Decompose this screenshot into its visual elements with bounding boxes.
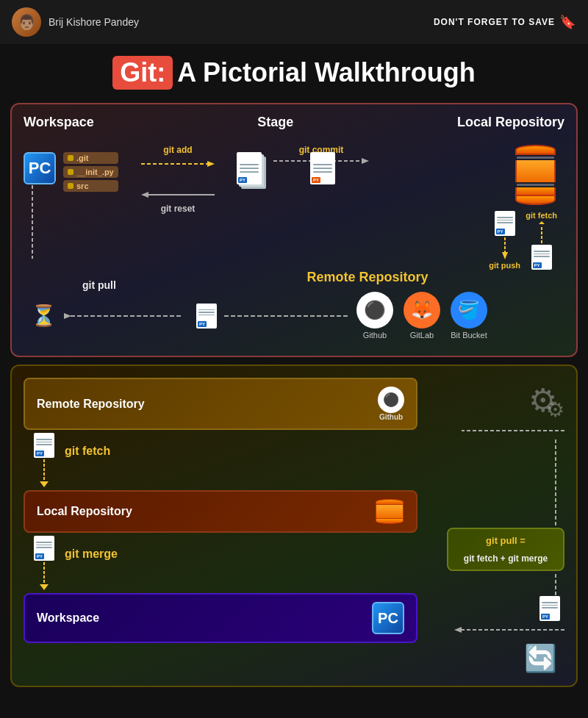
- cycle-arrow-icon: 🔄: [524, 643, 557, 673]
- bottom-local-db: [375, 499, 404, 524]
- page-title: Git:A Pictorial Walkthrough: [7, 56, 581, 90]
- db-mid2: [515, 187, 556, 195]
- merge-arrow-col: PY: [24, 533, 65, 593]
- git-fetch-area: git fetch PY: [526, 211, 557, 270]
- git-pull-line2: [224, 310, 349, 322]
- fetch-label: git fetch: [65, 430, 110, 458]
- header-left: 👨🏽 Brij Kishore Pandey: [12, 7, 139, 37]
- svg-marker-11: [64, 313, 71, 319]
- gear-area: ⚙ ⚙: [425, 378, 564, 425]
- pull-vertical-line: [31, 185, 34, 259]
- git-pull-row: ⏳ PY ⚫ Github 🦊: [24, 292, 564, 340]
- right-dashed-lines: git pull = git fetch + git merge PY: [425, 425, 564, 674]
- svg-marker-1: [207, 161, 215, 167]
- bottom-workspace-box: Workspace PC: [24, 593, 417, 643]
- git-pull-detail: git fetch + git merge: [464, 553, 548, 564]
- svg-marker-17: [40, 584, 49, 590]
- db-stripe-1: [517, 157, 554, 159]
- file-src: src: [63, 180, 118, 192]
- database-icon: [513, 145, 557, 205]
- author-name: Brij Kishore Pandey: [49, 16, 139, 28]
- git-fetch-label: git fetch: [526, 211, 557, 220]
- gear-icons: ⚙ ⚙: [520, 378, 564, 422]
- top-diagram: Workspace Stage Local Repository PC .git…: [10, 103, 578, 357]
- bottom-left-col: Remote Repository ⚫ Github PY: [24, 378, 417, 643]
- top-diagram-header: Workspace Stage Local Repository: [24, 115, 564, 130]
- svg-marker-5: [362, 158, 369, 164]
- fetch-arrow-col: PY: [24, 430, 65, 490]
- bottom-right-col: ⚙ ⚙ git pull = git fetch + git merge: [425, 378, 564, 674]
- svg-marker-22: [454, 627, 462, 633]
- save-label: DON'T FORGET TO SAVE: [434, 17, 555, 27]
- header: 👨🏽 Brij Kishore Pandey DON'T FORGET TO S…: [0, 0, 588, 44]
- pc-icon-wrapper: PC: [24, 152, 59, 184]
- bottom-local-label: Local Repository: [37, 505, 132, 518]
- local-repo-label: Local Repository: [457, 115, 564, 130]
- bookmark-icon: 🔖: [559, 14, 576, 30]
- bottom-diagram: Remote Repository ⚫ Github PY: [10, 365, 578, 687]
- title-section: Git:A Pictorial Walkthrough: [0, 44, 588, 97]
- workspace-content: PC .git __init_.py src: [24, 152, 118, 192]
- gitlab-icon: 🦊: [404, 292, 440, 329]
- gear-icon-small: ⚙: [546, 398, 564, 422]
- git-add-label: git add: [163, 145, 192, 155]
- bottom-workspace-pc: PC: [372, 602, 404, 634]
- page-subtitle: A Pictorial Walkthrough: [177, 57, 475, 87]
- svg-marker-9: [539, 221, 545, 224]
- remote-icons-row: ⚫ Github 🦊 GitLab 🪣 Bit Bucket: [356, 292, 487, 340]
- commit-doc: PY: [310, 152, 335, 184]
- save-badge: DON'T FORGET TO SAVE 🔖: [434, 14, 576, 30]
- gitlab-service: 🦊 GitLab: [404, 292, 440, 340]
- github-label: Github: [363, 331, 387, 340]
- git-pull-label: git pull: [82, 279, 116, 292]
- merge-doc: PY: [34, 536, 54, 561]
- avatar: 👨🏽: [12, 7, 41, 37]
- svg-marker-15: [40, 481, 49, 487]
- bitbucket-icon: 🪣: [451, 292, 487, 329]
- pc-icon: PC: [24, 152, 56, 184]
- git-push-area: PY git push: [489, 211, 520, 270]
- right-v-line: [554, 439, 557, 528]
- gitlab-label: GitLab: [410, 331, 434, 340]
- git-fetch-bottom-label: git fetch: [65, 445, 110, 458]
- git-push-label: git push: [489, 261, 520, 270]
- git-add-arrow: [141, 158, 215, 170]
- right-h-line-top: [454, 425, 564, 437]
- db-bot: [515, 195, 556, 205]
- git-reset-area: git reset: [141, 189, 215, 214]
- db-mid: [515, 160, 556, 182]
- hourglass-icon: ⏳: [31, 304, 57, 328]
- bottom-local-box: Local Repository: [24, 490, 417, 533]
- git-pull-doc: PY: [196, 304, 217, 329]
- bottom-github-icon: ⚫: [378, 387, 404, 413]
- workspace-label: Workspace: [24, 115, 94, 130]
- git-pull-equals-label: git pull =: [486, 535, 526, 546]
- git-reset-arrow: [141, 189, 215, 201]
- git-pull-equals-box: git pull = git fetch + git merge: [447, 528, 564, 571]
- git-reset-label: git reset: [161, 204, 196, 214]
- bitbucket-label: Bit Bucket: [451, 331, 487, 340]
- remote-services-area: ⏳ PY ⚫ Github 🦊: [24, 292, 564, 340]
- cycle-icon: 🔄: [524, 643, 557, 674]
- stage-docs: PY: [237, 152, 269, 190]
- file-init: __init_.py: [63, 166, 118, 178]
- github-service: ⚫ Github: [356, 292, 393, 340]
- fetch-doc: PY: [34, 433, 54, 458]
- remote-repo-label-top: Remote Repository: [171, 270, 564, 285]
- db-stripe-2: [517, 184, 554, 186]
- svg-marker-2: [141, 192, 148, 198]
- db-top: [515, 145, 556, 155]
- workspace-files: .git __init_.py src: [63, 152, 118, 192]
- stage-label: Stage: [257, 115, 293, 130]
- fetch-section: PY git fetch: [24, 430, 417, 490]
- right-doc: PY: [539, 596, 560, 621]
- bottom-main-flow: Remote Repository ⚫ Github PY: [24, 378, 564, 674]
- bottom-remote-label: Remote Repository: [37, 398, 145, 411]
- bottom-workspace-label: Workspace: [37, 611, 99, 625]
- right-h-line-bot: [454, 624, 564, 636]
- git-badge: Git:: [112, 56, 173, 90]
- merge-section: PY git merge: [24, 533, 417, 593]
- github-icon: ⚫: [356, 292, 393, 329]
- svg-marker-7: [502, 252, 508, 259]
- git-pull-line: [64, 310, 189, 322]
